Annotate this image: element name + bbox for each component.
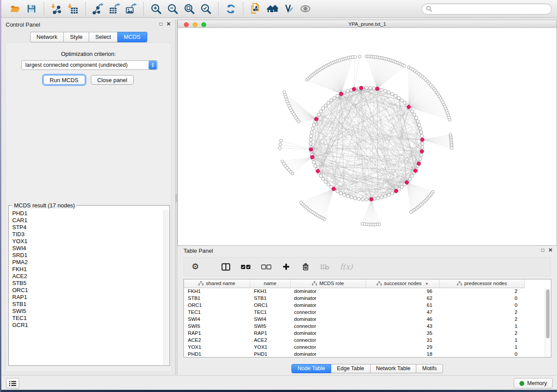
column-header-name[interactable]: name: [250, 279, 290, 288]
mcds-result-item[interactable]: ACE2: [9, 273, 163, 280]
cell-shared-name: SWI4: [184, 316, 250, 323]
table-row[interactable]: STB1STB1dominator620: [184, 295, 525, 302]
optimization-criterion-select[interactable]: largest connected component (undirected)…: [21, 60, 158, 70]
column-header-successor-nodes[interactable]: successor nodes▼: [366, 279, 439, 288]
mcds-result-item[interactable]: STB1: [9, 301, 163, 308]
float-table-panel-icon[interactable]: □: [541, 247, 544, 253]
table-row[interactable]: SWI4SWI4dominator462: [184, 316, 525, 323]
table-row[interactable]: FKH1FKH1dominator962: [184, 288, 525, 295]
create-column-icon[interactable]: [282, 263, 291, 270]
close-panel-button[interactable]: Close panel: [91, 75, 134, 85]
cell-MCDS-role: dominator: [290, 295, 366, 302]
import-network-icon[interactable]: [48, 1, 65, 16]
mcds-result-item[interactable]: TEC1: [9, 315, 163, 322]
column-header-predecessor-nodes[interactable]: predecessor nodes: [439, 279, 525, 288]
column-chooser-icon[interactable]: [221, 263, 230, 271]
apply-layout-icon[interactable]: [222, 1, 239, 16]
table-row[interactable]: TEC1TEC1connector472: [184, 309, 525, 316]
cell-predecessor-nodes: 0: [439, 295, 525, 302]
cell-MCDS-role: connector: [290, 323, 366, 330]
table-mode-gear-icon[interactable]: ⚙: [191, 263, 200, 271]
tab-network[interactable]: Network: [30, 32, 64, 42]
run-mcds-button[interactable]: Run MCDS: [43, 75, 85, 85]
column-header-shared-name[interactable]: shared name: [184, 279, 250, 288]
toolbar-separator: [44, 2, 44, 15]
table-row[interactable]: PHD1PHD1dominator180: [184, 351, 525, 358]
table-tab-node-table[interactable]: Node Table: [291, 364, 331, 373]
network-canvas[interactable]: [177, 28, 557, 246]
search-input[interactable]: [434, 6, 547, 12]
mcds-result-list[interactable]: PHD1CAR1STP4TID3YOX1SWI4SRD1PMA2FKH1ACE2…: [9, 210, 163, 365]
cell-MCDS-role: dominator: [290, 302, 366, 309]
cell-predecessor-nodes: 0: [439, 302, 525, 309]
table-scrollbar[interactable]: [545, 288, 550, 357]
export-network-icon[interactable]: [90, 1, 106, 16]
open-session-icon[interactable]: [7, 1, 23, 16]
close-panel-icon[interactable]: ✕: [166, 21, 171, 27]
cell-name: YOX1: [250, 344, 290, 351]
splitter-grip[interactable]: [176, 194, 177, 202]
table-row[interactable]: RAP1RAP1dominator352: [184, 330, 525, 337]
close-table-panel-icon[interactable]: ✕: [548, 247, 553, 253]
show-graphics-details-icon[interactable]: [297, 1, 314, 16]
unselect-all-columns-icon[interactable]: [261, 265, 271, 269]
zoom-fit-icon[interactable]: [181, 1, 197, 16]
cell-predecessor-nodes: 1: [439, 323, 525, 330]
mcds-result-item[interactable]: PHD1: [9, 210, 163, 217]
mcds-result-item[interactable]: CAR1: [9, 217, 163, 224]
network-window-titlebar[interactable]: YPA_prune.txt_1: [177, 20, 557, 28]
mcds-result-item[interactable]: SWI4: [9, 245, 163, 252]
memory-button[interactable]: Memory: [514, 378, 553, 389]
mcds-result-item[interactable]: YOX1: [9, 238, 163, 245]
task-history-button[interactable]: [6, 378, 19, 389]
table-scrollbar-thumb[interactable]: [546, 289, 550, 338]
control-panel-title: Control Panel: [6, 21, 40, 28]
zoom-out-icon[interactable]: [164, 1, 181, 16]
table-row[interactable]: YOX1YOX1connector291: [184, 344, 525, 351]
apply-style-icon[interactable]: [280, 1, 297, 16]
mcds-result-item[interactable]: STP4: [9, 224, 163, 231]
export-table-icon[interactable]: [106, 1, 123, 16]
network-title: YPA_prune.txt_1: [178, 21, 557, 27]
cell-MCDS-role: dominator: [290, 288, 366, 295]
mcds-result-item[interactable]: GCR1: [9, 322, 163, 329]
cell-predecessor-nodes: 1: [439, 337, 525, 344]
table-row[interactable]: ACE2ACE2connector311: [184, 337, 525, 344]
mcds-result-item[interactable]: TID3: [9, 231, 163, 238]
float-panel-icon[interactable]: □: [159, 21, 163, 27]
first-neighbors-icon[interactable]: [264, 1, 280, 16]
zoom-in-icon[interactable]: [148, 1, 164, 16]
table-row[interactable]: ORC1ORC1dominator610: [184, 302, 525, 309]
table-tab-edge-table[interactable]: Edge Table: [331, 364, 370, 373]
node-table[interactable]: shared namenameMCDS rolesuccessor nodes▼…: [183, 279, 551, 358]
new-network-from-selection-icon[interactable]: [247, 1, 264, 16]
delete-columns-icon[interactable]: [301, 263, 310, 271]
mcds-result-item[interactable]: SRD1: [9, 252, 163, 259]
cell-shared-name: SWI5: [184, 323, 250, 330]
control-panel-tabs: NetworkStyleSelectMCDS: [30, 32, 147, 42]
select-all-columns-icon[interactable]: [241, 265, 251, 269]
import-table-icon[interactable]: [65, 1, 81, 16]
network-graph[interactable]: [178, 28, 557, 245]
toolbar-separator: [243, 2, 243, 15]
mcds-result-item[interactable]: FKH1: [9, 266, 163, 273]
mcds-result-item[interactable]: SWI5: [9, 308, 163, 315]
zoom-selected-icon[interactable]: [197, 1, 214, 16]
mcds-result-item[interactable]: RAP1: [9, 294, 163, 301]
tab-mcds[interactable]: MCDS: [118, 32, 147, 42]
save-session-icon[interactable]: [23, 1, 40, 16]
cell-successor-nodes: 35: [366, 330, 439, 337]
mcds-result-item[interactable]: STB5: [9, 280, 163, 287]
network-view-panel: YPA_prune.txt_1: [177, 20, 557, 246]
search-box[interactable]: [422, 3, 552, 14]
export-image-icon[interactable]: [123, 1, 139, 16]
table-tab-motifs[interactable]: Motifs: [416, 364, 443, 373]
table-row[interactable]: SWI5SWI5connector431: [184, 323, 525, 330]
mcds-result-item[interactable]: PMA2: [9, 259, 163, 266]
tab-select[interactable]: Select: [89, 32, 118, 42]
table-tab-network-table[interactable]: Network Table: [370, 364, 417, 373]
mcds-list-scrollbar[interactable]: [163, 210, 169, 365]
tab-style[interactable]: Style: [64, 32, 89, 42]
mcds-result-item[interactable]: ORC1: [9, 287, 163, 294]
column-header-MCDS-role[interactable]: MCDS role: [290, 279, 366, 288]
